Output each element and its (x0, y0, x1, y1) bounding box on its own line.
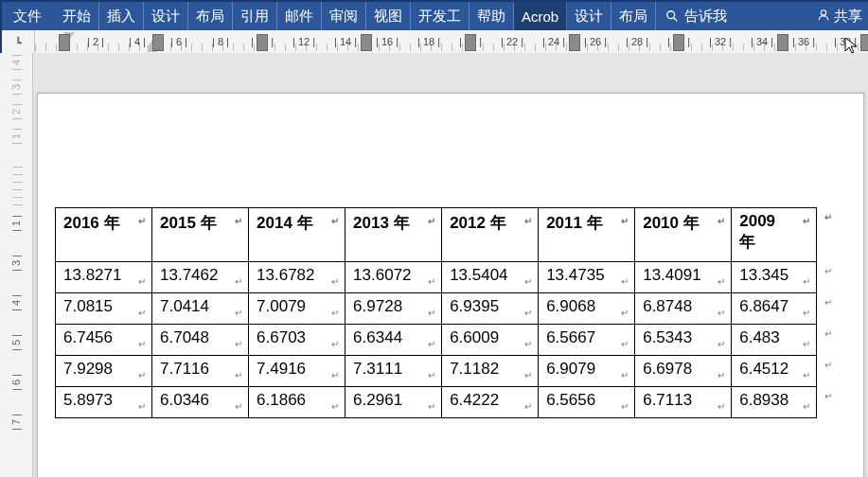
table-header[interactable]: 2015 年↵ (152, 208, 249, 262)
table-header[interactable]: 2009年↵ (732, 208, 817, 262)
table-header[interactable]: 2010 年↵ (635, 208, 732, 262)
table-cell[interactable]: 6.6009↵ (442, 325, 539, 356)
table-cell[interactable]: 6.7456↵ (56, 325, 152, 356)
paragraph-mark: ↵ (235, 339, 242, 349)
paragraph-mark: ↵ (331, 401, 339, 412)
table-cell[interactable]: 13.8271↵ (56, 262, 152, 293)
table-cell[interactable]: 6.9395↵ (442, 293, 539, 325)
table-cell[interactable]: 6.8748↵ (635, 293, 732, 325)
table-header[interactable]: 2016 年↵ (56, 208, 152, 262)
tab-0[interactable]: 开始 (55, 2, 99, 30)
tab-stop-marker[interactable] (152, 34, 164, 51)
tab-2[interactable]: 设计 (144, 2, 188, 30)
table-cell[interactable]: 7.9298↵ (56, 356, 152, 387)
vruler-number: | 3 | (10, 79, 22, 96)
tab-stop-marker[interactable] (59, 34, 70, 51)
table-cell[interactable]: 6.6703↵ (249, 325, 345, 356)
paragraph-mark: ↵ (621, 276, 629, 287)
table-cell[interactable]: 6.7048↵ (152, 325, 249, 356)
ruler-number: | 18 | (417, 36, 440, 47)
table-cell[interactable]: 7.7116↵ (152, 356, 249, 387)
tab-11[interactable]: 设计 (567, 2, 611, 30)
table-cell[interactable]: 13.345↵ (732, 262, 817, 293)
table-header[interactable]: 2011 年↵ (539, 208, 635, 262)
tab-9[interactable]: 帮助 (469, 2, 514, 30)
person-icon (817, 9, 830, 25)
paragraph-mark: ↵ (803, 370, 810, 380)
tab-1[interactable]: 插入 (99, 2, 144, 30)
vruler-number: | 7 | (10, 414, 22, 431)
share-button[interactable]: 共享 (807, 2, 868, 30)
vruler-number: | 3 | (10, 255, 22, 272)
table-cell[interactable]: 6.6344↵ (345, 325, 442, 356)
table-row[interactable]: 7.9298↵7.7116↵7.4916↵7.3111↵7.1182↵6.907… (56, 356, 846, 387)
table-cell[interactable]: 13.6782↵ (249, 262, 345, 293)
tab-8[interactable]: 开发工 (411, 2, 469, 30)
table-cell[interactable]: 6.483↵ (732, 325, 817, 356)
table-cell[interactable]: 6.5667↵ (539, 325, 635, 356)
document-area[interactable]: 2016 年↵2015 年↵2014 年↵2013 年↵2012 年↵2011 … (33, 53, 868, 477)
table-row[interactable]: 7.0815↵7.0414↵7.0079↵6.9728↵6.9395↵6.906… (56, 293, 846, 325)
paragraph-mark: ↵ (428, 370, 435, 380)
tab-6[interactable]: 审阅 (322, 2, 366, 30)
paragraph-mark: ↵ (803, 339, 810, 349)
table-cell[interactable]: 6.5656↵ (539, 387, 635, 418)
table-row[interactable]: 6.7456↵6.7048↵6.6703↵6.6344↵6.6009↵6.566… (56, 325, 846, 356)
tab-10[interactable]: Acrob (514, 2, 567, 30)
horizontal-ruler[interactable]: | 2 || 4 || 6 || 8 || 10 || 12 || 14 || … (35, 30, 868, 55)
tab-stop-marker[interactable] (777, 34, 788, 51)
tab-stop-marker[interactable] (361, 34, 372, 51)
table-cell[interactable]: 7.1182↵ (442, 356, 539, 387)
row-end-mark: ↵ (817, 325, 846, 356)
tab-4[interactable]: 引用 (233, 2, 277, 30)
table-cell[interactable]: 6.9079↵ (539, 356, 635, 387)
table-cell[interactable]: 6.8938↵ (732, 387, 817, 418)
tab-5[interactable]: 邮件 (277, 2, 322, 30)
tab-stop-marker[interactable] (860, 34, 868, 51)
tab-12[interactable]: 布局 (611, 2, 656, 30)
paragraph-mark: ↵ (803, 216, 810, 226)
table-row[interactable]: 5.8973↵6.0346↵6.1866↵6.2961↵6.4222↵6.565… (56, 387, 846, 418)
table-cell[interactable]: 6.4512↵ (732, 356, 817, 387)
table-header[interactable]: 2012 年↵ (442, 208, 539, 262)
tell-me-label: 告诉我 (684, 8, 727, 26)
table-header[interactable]: 2014 年↵ (249, 208, 345, 262)
tab-stop-marker[interactable] (465, 34, 476, 51)
table-cell[interactable]: 6.6978↵ (635, 356, 732, 387)
table-cell[interactable]: 7.0414↵ (152, 293, 249, 325)
table-cell[interactable]: 6.1866↵ (249, 387, 345, 418)
tab-7[interactable]: 视图 (366, 2, 411, 30)
table-cell[interactable]: 13.7462↵ (152, 262, 249, 293)
table-cell[interactable]: 6.0346↵ (152, 387, 249, 418)
tab-stop-marker[interactable] (673, 34, 684, 51)
table-cell[interactable]: 6.5343↵ (635, 325, 732, 356)
table-cell[interactable]: 7.0079↵ (249, 293, 345, 325)
tell-me-search[interactable]: 告诉我 (656, 2, 736, 30)
svg-point-0 (667, 11, 675, 19)
tab-3[interactable]: 布局 (188, 2, 233, 30)
table-cell[interactable]: 7.4916↵ (249, 356, 345, 387)
paragraph-mark: ↵ (235, 216, 242, 226)
tab-stop-marker[interactable] (569, 34, 580, 51)
table-cell[interactable]: 13.4735↵ (539, 262, 635, 293)
table-cell[interactable]: 6.7113↵ (635, 387, 732, 418)
table-cell[interactable]: 6.4222↵ (442, 387, 539, 418)
paragraph-mark: ↵ (428, 216, 435, 226)
tab-stop-marker[interactable] (257, 34, 268, 51)
table-cell[interactable]: 7.3111↵ (345, 356, 442, 387)
table-cell[interactable]: 6.9728↵ (345, 293, 442, 325)
vertical-ruler[interactable]: | 4 || 3 || 2 || 1 || 1 || 3 || 4 || 5 |… (1, 53, 33, 477)
table-cell[interactable]: 13.6072↵ (345, 262, 442, 293)
tab-file[interactable]: 文件 (2, 2, 55, 30)
table-cell[interactable]: 13.4091↵ (635, 262, 732, 293)
data-table[interactable]: 2016 年↵2015 年↵2014 年↵2013 年↵2012 年↵2011 … (55, 207, 846, 418)
table-cell[interactable]: 6.8647↵ (732, 293, 817, 325)
table-cell[interactable]: 5.8973↵ (56, 387, 152, 418)
table-cell[interactable]: 13.5404↵ (442, 262, 539, 293)
table-row[interactable]: 13.8271↵13.7462↵13.6782↵13.6072↵13.5404↵… (56, 262, 846, 293)
ruler-number: | 4 | (129, 36, 146, 47)
table-cell[interactable]: 6.2961↵ (345, 387, 442, 418)
table-cell[interactable]: 6.9068↵ (539, 293, 635, 325)
table-cell[interactable]: 7.0815↵ (56, 293, 152, 325)
table-header[interactable]: 2013 年↵ (345, 208, 442, 262)
